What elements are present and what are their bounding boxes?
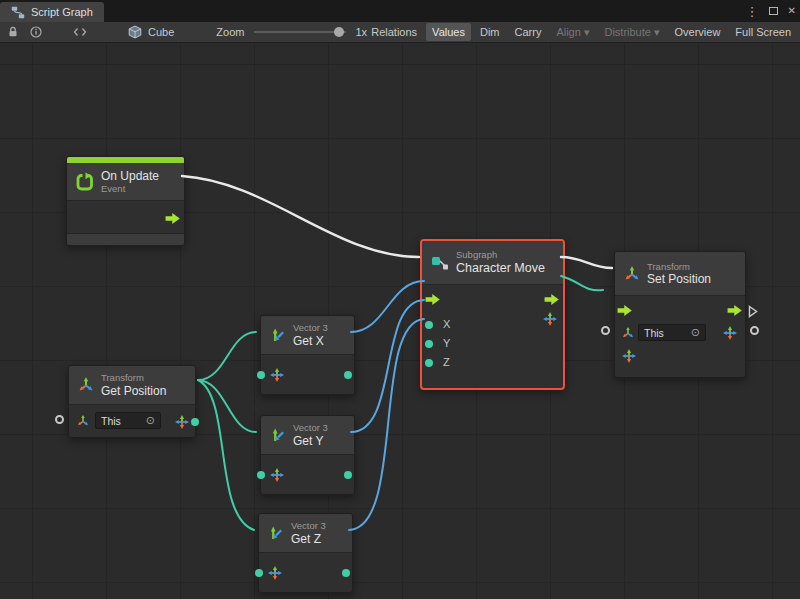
- flow-input-port[interactable]: [617, 304, 633, 317]
- overview-button[interactable]: Overview: [669, 23, 727, 41]
- port-label-x: X: [443, 318, 450, 330]
- cube-icon: [128, 25, 142, 39]
- this-object-field[interactable]: This ⊙: [95, 412, 161, 429]
- target-object-label[interactable]: Cube: [148, 26, 174, 38]
- port-label-z: Z: [443, 356, 450, 368]
- node-get-z[interactable]: Vector 3 Get Z: [258, 513, 353, 593]
- object-field-value: This: [101, 415, 121, 427]
- node-title: Get X: [293, 334, 328, 348]
- transform-axis-icon: [76, 414, 90, 428]
- info-icon[interactable]: [30, 26, 42, 38]
- align-label: Align: [556, 26, 580, 38]
- transform-axis-icon: [77, 376, 95, 394]
- graph-canvas[interactable]: On Update Event Transform Get Position T…: [0, 43, 800, 599]
- distribute-label: Distribute: [604, 26, 650, 38]
- position-output-port[interactable]: [191, 418, 199, 426]
- close-icon[interactable]: ✕: [788, 6, 796, 16]
- this-object-field[interactable]: This ⊙: [638, 324, 706, 341]
- flow-continuation-triangle[interactable]: [748, 305, 758, 318]
- node-header: Subgraph Character Move: [422, 241, 563, 285]
- port-label-y: Y: [443, 337, 450, 349]
- zoom-label: Zoom: [216, 26, 244, 38]
- script-graph-icon: [11, 6, 25, 19]
- carry-button[interactable]: Carry: [509, 23, 548, 41]
- vector-input-port[interactable]: [257, 371, 265, 379]
- node-set-position[interactable]: Transform Set Position This ⊙: [614, 251, 746, 378]
- flow-output-port[interactable]: [165, 212, 181, 225]
- position-cross-icon: [174, 414, 190, 430]
- node-header: Vector 3 Get X: [261, 316, 354, 355]
- node-header: Vector 3 Get Z: [259, 514, 352, 553]
- flow-output-port[interactable]: [544, 293, 560, 306]
- align-button[interactable]: Align ▾: [550, 23, 595, 42]
- node-title: On Update: [101, 169, 159, 183]
- vector-cross-icon: [269, 467, 285, 483]
- node-subtitle: Event: [101, 183, 159, 194]
- y-output-port[interactable]: [344, 471, 352, 479]
- graph-toolbar: Cube Zoom 1x Relations Values Dim Carry …: [0, 22, 800, 43]
- node-title: Get Y: [293, 434, 328, 448]
- zoom-slider-handle[interactable]: [334, 27, 344, 37]
- tab-title: Script Graph: [31, 6, 93, 18]
- vector-input-port[interactable]: [255, 569, 263, 577]
- object-picker-icon[interactable]: ⊙: [146, 415, 155, 426]
- position-cross-icon: [722, 325, 738, 341]
- transform-cross-icon: [542, 311, 558, 327]
- vector3-icon: [267, 524, 285, 542]
- node-on-update[interactable]: On Update Event: [66, 156, 185, 246]
- node-subtitle: Vector 3: [291, 520, 326, 531]
- window-menu-icon[interactable]: ⋮: [746, 5, 759, 18]
- zoom-slider[interactable]: [254, 25, 346, 39]
- transform-axis-icon: [621, 326, 635, 340]
- full-screen-button[interactable]: Full Screen: [729, 23, 797, 41]
- maximize-icon[interactable]: [769, 7, 778, 15]
- dim-button[interactable]: Dim: [474, 23, 506, 41]
- node-subtitle: Transform: [101, 372, 166, 383]
- this-input-port[interactable]: [601, 326, 610, 335]
- object-picker-icon[interactable]: ⊙: [691, 327, 700, 338]
- distribute-button[interactable]: Distribute ▾: [598, 23, 665, 42]
- object-field-value: This: [644, 327, 664, 339]
- values-button[interactable]: Values: [426, 23, 471, 41]
- transform-axis-icon: [623, 265, 641, 283]
- vector-input-port[interactable]: [257, 471, 265, 479]
- vector-cross-icon: [267, 565, 283, 581]
- vector3-icon: [269, 426, 287, 444]
- node-title: Character Move: [456, 261, 545, 276]
- node-title: Get Position: [101, 384, 166, 398]
- transform-output-port[interactable]: [750, 326, 759, 335]
- node-header: Transform Set Position: [615, 252, 745, 296]
- chevron-down-icon: ▾: [654, 26, 660, 38]
- flow-output-port[interactable]: [727, 304, 743, 317]
- chevron-down-icon: ▾: [584, 26, 590, 38]
- flow-input-port[interactable]: [425, 293, 441, 306]
- node-header: Transform Get Position: [69, 366, 195, 405]
- tab-script-graph[interactable]: Script Graph: [0, 2, 104, 22]
- zoom-slider-track[interactable]: [254, 31, 346, 33]
- z-output-port[interactable]: [342, 569, 350, 577]
- node-subtitle: Vector 3: [293, 322, 328, 333]
- node-title: Set Position: [647, 272, 711, 286]
- node-title: Get Z: [291, 532, 326, 546]
- x-output-port[interactable]: [344, 371, 352, 379]
- node-subtitle: Vector 3: [293, 422, 328, 433]
- lock-icon[interactable]: [7, 26, 19, 38]
- node-get-x[interactable]: Vector 3 Get X: [260, 315, 355, 395]
- node-character-move[interactable]: Subgraph Character Move X Y Z: [420, 239, 565, 390]
- y-input-port[interactable]: [425, 340, 433, 348]
- node-footer: [67, 233, 184, 245]
- this-input-port[interactable]: [55, 415, 64, 424]
- node-subtitle: Transform: [647, 261, 711, 272]
- node-header: Vector 3 Get Y: [261, 416, 354, 455]
- vector-cross-icon: [269, 367, 285, 383]
- on-update-loop-icon: [75, 172, 95, 192]
- z-input-port[interactable]: [425, 359, 433, 367]
- subgraph-icon: [430, 253, 450, 273]
- node-get-position[interactable]: Transform Get Position This ⊙: [68, 365, 196, 438]
- node-get-y[interactable]: Vector 3 Get Y: [260, 415, 355, 495]
- node-subtitle: Subgraph: [456, 249, 545, 260]
- code-view-icon[interactable]: [73, 27, 87, 37]
- relations-button[interactable]: Relations: [365, 23, 423, 41]
- window-tab-bar: Script Graph ⋮ ✕: [0, 0, 800, 22]
- x-input-port[interactable]: [425, 321, 433, 329]
